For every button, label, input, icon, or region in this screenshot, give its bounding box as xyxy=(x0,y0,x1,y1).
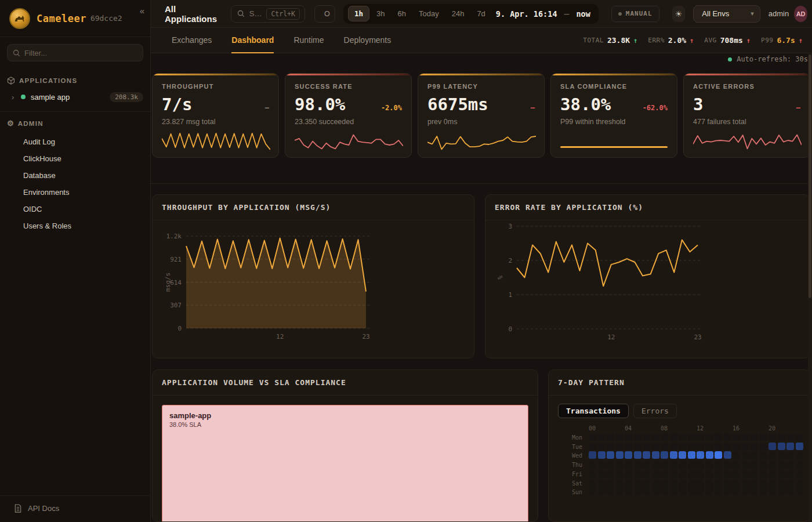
heatmap-cell[interactable] xyxy=(796,479,803,487)
pattern-toggle-errors[interactable]: Errors xyxy=(633,404,677,418)
heatmap-cell[interactable] xyxy=(760,451,767,459)
heatmap-cell[interactable] xyxy=(742,479,749,487)
kpi-card-throughput[interactable]: THROUGHPUT7/s–23.827 msg total xyxy=(152,73,279,158)
heatmap-cell[interactable] xyxy=(589,479,596,487)
heatmap-cell[interactable] xyxy=(598,461,606,468)
heatmap-cell[interactable] xyxy=(742,443,749,450)
heatmap-cell[interactable] xyxy=(688,451,695,459)
heatmap-cell[interactable] xyxy=(715,451,722,459)
heatmap-cell[interactable] xyxy=(715,443,722,450)
heatmap-cell[interactable] xyxy=(751,451,758,459)
heatmap-cell[interactable] xyxy=(786,433,794,441)
heatmap-cell[interactable] xyxy=(697,488,704,495)
heatmap-cell[interactable] xyxy=(786,443,794,450)
heatmap-cell[interactable] xyxy=(625,488,632,495)
heatmap-cell[interactable] xyxy=(625,470,632,477)
heatmap-cell[interactable] xyxy=(786,488,794,495)
heatmap-cell[interactable] xyxy=(679,470,686,477)
heatmap-cell[interactable] xyxy=(733,461,740,468)
sidebar-item-api-docs[interactable]: API Docs xyxy=(0,495,150,522)
heatmap-cell[interactable] xyxy=(742,488,749,495)
heatmap-cell[interactable] xyxy=(697,461,704,468)
heatmap-cell[interactable] xyxy=(733,470,740,477)
range-button-1h[interactable]: 1h xyxy=(348,6,369,21)
heatmap-cell[interactable] xyxy=(607,433,614,441)
heatmap-cell[interactable] xyxy=(760,443,767,450)
heatmap-cell[interactable] xyxy=(661,488,668,495)
range-button-today[interactable]: Today xyxy=(413,6,445,21)
heatmap-cell[interactable] xyxy=(616,488,624,495)
heatmap-cell[interactable] xyxy=(768,470,776,477)
heatmap-cell[interactable] xyxy=(661,451,668,459)
heatmap-cell[interactable] xyxy=(751,433,758,441)
heatmap-cell[interactable] xyxy=(670,451,677,459)
error-rate-chart[interactable]: 32101223% xyxy=(485,220,810,358)
heatmap-cell[interactable] xyxy=(652,470,659,477)
heatmap-cell[interactable] xyxy=(625,443,632,450)
heatmap-cell[interactable] xyxy=(598,433,606,441)
heatmap-cell[interactable] xyxy=(786,451,794,459)
heatmap-cell[interactable] xyxy=(742,461,749,468)
heatmap-cell[interactable] xyxy=(733,479,740,487)
heatmap-cell[interactable] xyxy=(768,488,776,495)
heatmap-cell[interactable] xyxy=(786,470,794,477)
heatmap-cell[interactable] xyxy=(616,451,624,459)
throughput-chart[interactable]: 1.2k92161430701223msg/s xyxy=(153,220,474,358)
heatmap-cell[interactable] xyxy=(697,443,704,450)
heatmap-cell[interactable] xyxy=(760,433,767,441)
heatmap-cell[interactable] xyxy=(607,461,614,468)
heatmap-cell[interactable] xyxy=(751,443,758,450)
kpi-card-success-rate[interactable]: SUCCESS RATE98.0%-2.0%23.350 succeeded xyxy=(285,73,412,158)
heatmap-cell[interactable] xyxy=(786,479,794,487)
heatmap-cell[interactable] xyxy=(733,433,740,441)
heatmap-cell[interactable] xyxy=(760,470,767,477)
sidebar-filter[interactable] xyxy=(7,44,143,61)
theme-toggle-button[interactable]: ☀ xyxy=(672,6,686,22)
kpi-card-active-errors[interactable]: ACTIVE ERRORS3–477 failures total xyxy=(683,73,810,158)
heatmap-cell[interactable] xyxy=(661,433,668,441)
heatmap-cell[interactable] xyxy=(679,433,686,441)
heatmap-cell[interactable] xyxy=(796,488,803,495)
heatmap-cell[interactable] xyxy=(796,433,803,441)
heatmap-cell[interactable] xyxy=(706,461,713,468)
heatmap-cell[interactable] xyxy=(697,479,704,487)
heatmap-cell[interactable] xyxy=(670,443,677,450)
tab-dashboard[interactable]: Dashboard xyxy=(231,28,274,53)
heatmap-cell[interactable] xyxy=(751,488,758,495)
heatmap-cell[interactable] xyxy=(688,461,695,468)
heatmap-cell[interactable] xyxy=(768,443,776,450)
heatmap-cell[interactable] xyxy=(652,433,659,441)
heatmap-cell[interactable] xyxy=(634,451,641,459)
heatmap-cell[interactable] xyxy=(661,461,668,468)
heatmap-cell[interactable] xyxy=(598,470,606,477)
heatmap-cell[interactable] xyxy=(688,443,695,450)
heatmap-cell[interactable] xyxy=(607,451,614,459)
range-button-24h[interactable]: 24h xyxy=(446,6,470,21)
heatmap-cell[interactable] xyxy=(634,488,641,495)
sidebar-item-sample-app[interactable]: › sample app 208.3k xyxy=(0,88,150,106)
heatmap-cell[interactable] xyxy=(643,470,650,477)
heatmap-cell[interactable] xyxy=(589,443,596,450)
heatmap-cell[interactable] xyxy=(589,461,596,468)
heatmap-cell[interactable] xyxy=(616,470,624,477)
heatmap-cell[interactable] xyxy=(724,433,731,441)
heatmap-cell[interactable] xyxy=(607,470,614,477)
heatmap-cell[interactable] xyxy=(742,451,749,459)
heatmap-cell[interactable] xyxy=(796,461,803,468)
heatmap-cell[interactable] xyxy=(796,451,803,459)
filter-input[interactable] xyxy=(24,49,137,57)
heatmap-cell[interactable] xyxy=(670,479,677,487)
heatmap-cell[interactable] xyxy=(652,461,659,468)
time-to[interactable]: now xyxy=(572,9,593,19)
heatmap-cell[interactable] xyxy=(688,470,695,477)
heatmap-cell[interactable] xyxy=(706,433,713,441)
avatar[interactable]: AD xyxy=(794,6,807,22)
heatmap-cell[interactable] xyxy=(796,443,803,450)
heatmap-cell[interactable] xyxy=(751,470,758,477)
heatmap-cell[interactable] xyxy=(768,479,776,487)
vertical-scrollbar[interactable] xyxy=(808,53,812,522)
heatmap-cell[interactable] xyxy=(706,479,713,487)
sidebar-item-clickhouse[interactable]: ClickHouse xyxy=(0,150,150,167)
heatmap-cell[interactable] xyxy=(625,433,632,441)
heatmap-cell[interactable] xyxy=(688,488,695,495)
